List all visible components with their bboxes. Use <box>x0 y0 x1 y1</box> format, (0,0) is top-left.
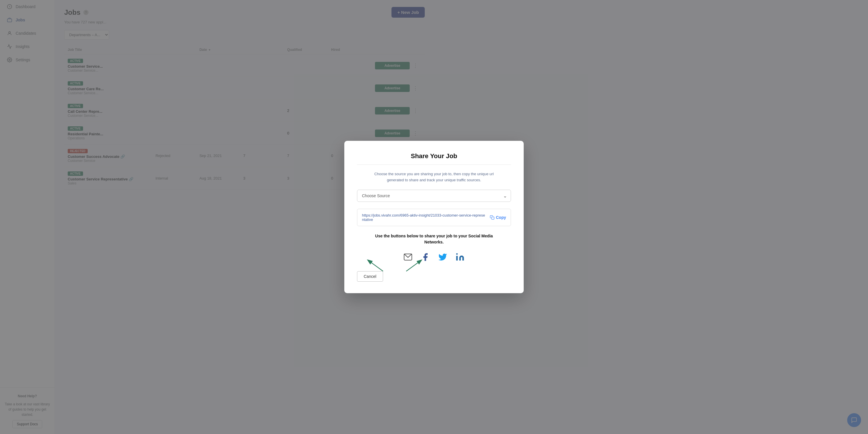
source-select[interactable]: Choose Source <box>357 190 434 202</box>
share-job-modal: Share Your Job Choose the source you are… <box>344 141 434 217</box>
modal-overlay[interactable]: Share Your Job Choose the source you are… <box>0 0 434 217</box>
source-select-wrapper: Choose Source ⌄ <box>357 190 434 202</box>
job-url: https://jobs.vivahr.com/6965-aktiv-insig… <box>362 213 434 217</box>
modal-title: Share Your Job <box>357 153 434 160</box>
url-box: https://jobs.vivahr.com/6965-aktiv-insig… <box>357 209 434 217</box>
modal-subtitle: Choose the source you are sharing your j… <box>357 171 434 183</box>
